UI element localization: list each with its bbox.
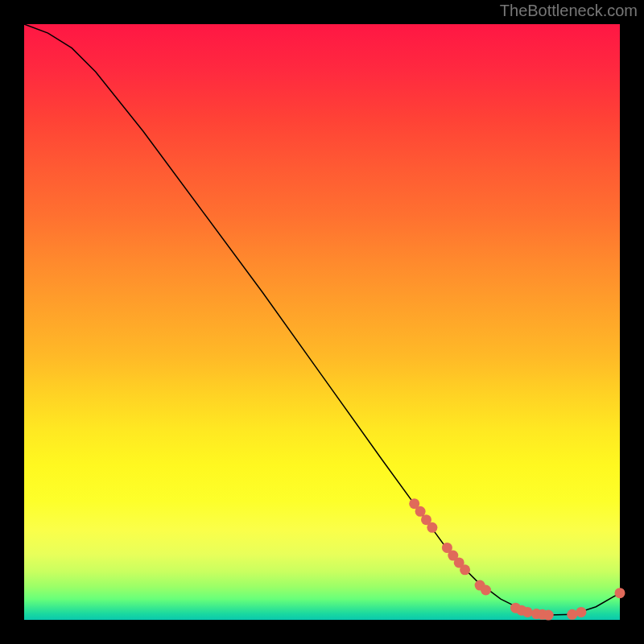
data-point: [427, 522, 437, 533]
chart-container: TheBottleneck.com: [0, 0, 644, 644]
chart-svg: [24, 24, 620, 620]
data-point: [543, 610, 554, 621]
data-point: [522, 607, 533, 617]
data-point: [615, 588, 625, 598]
data-point: [460, 564, 470, 575]
watermark-text: TheBottleneck.com: [500, 2, 638, 20]
data-point: [481, 585, 491, 596]
data-point: [576, 607, 586, 617]
data-point: [567, 609, 577, 620]
data-points: [409, 498, 625, 620]
plot-area: [24, 24, 620, 620]
bottleneck-curve: [24, 24, 620, 615]
